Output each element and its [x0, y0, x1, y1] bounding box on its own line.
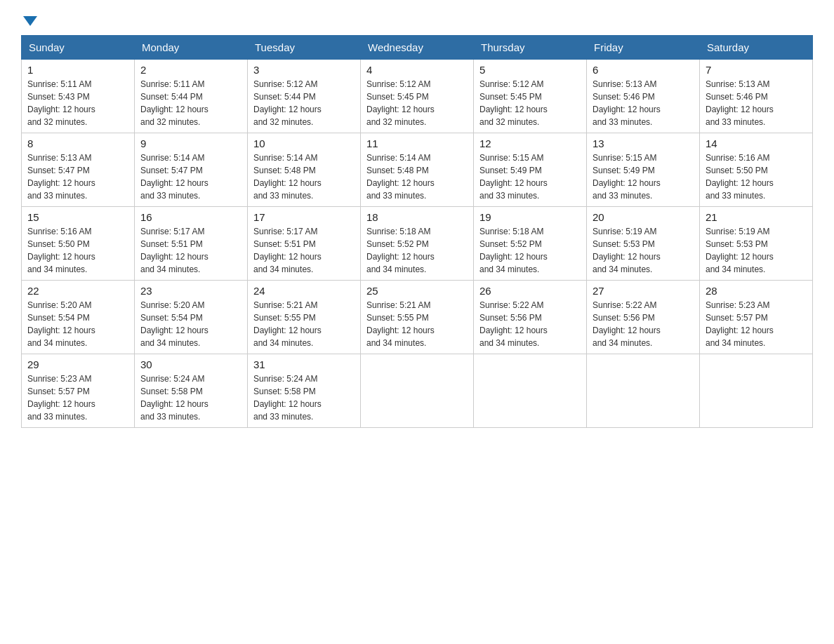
calendar-cell: 29 Sunrise: 5:23 AMSunset: 5:57 PMDaylig…	[22, 354, 135, 428]
calendar-header-friday: Friday	[587, 36, 700, 60]
day-number: 23	[140, 285, 241, 297]
calendar-header-tuesday: Tuesday	[248, 36, 361, 60]
day-info: Sunrise: 5:16 AMSunset: 5:50 PMDaylight:…	[706, 153, 774, 201]
calendar-header-saturday: Saturday	[700, 36, 813, 60]
day-info: Sunrise: 5:17 AMSunset: 5:51 PMDaylight:…	[253, 227, 322, 274]
day-info: Sunrise: 5:14 AMSunset: 5:48 PMDaylight:…	[253, 153, 322, 201]
calendar-cell: 8 Sunrise: 5:13 AMSunset: 5:47 PMDayligh…	[22, 133, 135, 207]
calendar-cell: 9 Sunrise: 5:14 AMSunset: 5:47 PMDayligh…	[135, 133, 248, 207]
day-number: 9	[140, 137, 241, 149]
calendar-cell: 3 Sunrise: 5:12 AMSunset: 5:44 PMDayligh…	[248, 60, 361, 133]
calendar-cell: 19 Sunrise: 5:18 AMSunset: 5:52 PMDaylig…	[474, 207, 587, 281]
day-number: 31	[253, 358, 355, 370]
calendar-cell: 18 Sunrise: 5:18 AMSunset: 5:52 PMDaylig…	[361, 207, 474, 281]
logo-arrow-icon	[23, 16, 37, 26]
day-info: Sunrise: 5:12 AMSunset: 5:45 PMDaylight:…	[366, 79, 435, 127]
day-info: Sunrise: 5:19 AMSunset: 5:53 PMDaylight:…	[706, 227, 774, 274]
day-info: Sunrise: 5:21 AMSunset: 5:55 PMDaylight:…	[366, 300, 435, 348]
calendar-cell: 1 Sunrise: 5:11 AMSunset: 5:43 PMDayligh…	[22, 60, 135, 133]
day-info: Sunrise: 5:12 AMSunset: 5:44 PMDaylight:…	[253, 79, 322, 127]
day-info: Sunrise: 5:13 AMSunset: 5:46 PMDaylight:…	[706, 79, 774, 127]
day-number: 3	[253, 64, 355, 76]
day-number: 14	[706, 137, 807, 149]
calendar-cell: 22 Sunrise: 5:20 AMSunset: 5:54 PMDaylig…	[22, 281, 135, 354]
calendar-week-row: 15 Sunrise: 5:16 AMSunset: 5:50 PMDaylig…	[22, 207, 813, 281]
day-number: 20	[593, 211, 694, 223]
calendar-week-row: 22 Sunrise: 5:20 AMSunset: 5:54 PMDaylig…	[22, 281, 813, 354]
day-info: Sunrise: 5:21 AMSunset: 5:55 PMDaylight:…	[253, 300, 322, 348]
logo	[21, 14, 37, 24]
day-info: Sunrise: 5:13 AMSunset: 5:47 PMDaylight:…	[27, 153, 95, 201]
day-info: Sunrise: 5:18 AMSunset: 5:52 PMDaylight:…	[479, 227, 548, 274]
calendar-cell: 14 Sunrise: 5:16 AMSunset: 5:50 PMDaylig…	[700, 133, 813, 207]
day-number: 6	[593, 64, 694, 76]
day-number: 17	[253, 211, 355, 223]
day-number: 19	[479, 211, 581, 223]
day-number: 1	[27, 64, 128, 76]
calendar-week-row: 29 Sunrise: 5:23 AMSunset: 5:57 PMDaylig…	[22, 354, 813, 428]
day-info: Sunrise: 5:19 AMSunset: 5:53 PMDaylight:…	[593, 227, 661, 274]
day-info: Sunrise: 5:14 AMSunset: 5:48 PMDaylight:…	[366, 153, 435, 201]
calendar-cell: 20 Sunrise: 5:19 AMSunset: 5:53 PMDaylig…	[587, 207, 700, 281]
calendar-cell: 5 Sunrise: 5:12 AMSunset: 5:45 PMDayligh…	[474, 60, 587, 133]
calendar-header-row: SundayMondayTuesdayWednesdayThursdayFrid…	[22, 36, 813, 60]
day-number: 15	[27, 211, 128, 223]
day-number: 24	[253, 285, 355, 297]
calendar-cell	[587, 354, 700, 428]
calendar-cell: 16 Sunrise: 5:17 AMSunset: 5:51 PMDaylig…	[135, 207, 248, 281]
calendar-table: SundayMondayTuesdayWednesdayThursdayFrid…	[21, 35, 813, 428]
calendar-week-row: 1 Sunrise: 5:11 AMSunset: 5:43 PMDayligh…	[22, 60, 813, 133]
calendar-cell: 11 Sunrise: 5:14 AMSunset: 5:48 PMDaylig…	[361, 133, 474, 207]
day-number: 16	[140, 211, 241, 223]
calendar-week-row: 8 Sunrise: 5:13 AMSunset: 5:47 PMDayligh…	[22, 133, 813, 207]
day-number: 13	[593, 137, 694, 149]
calendar-header-wednesday: Wednesday	[361, 36, 474, 60]
day-info: Sunrise: 5:17 AMSunset: 5:51 PMDaylight:…	[140, 227, 208, 274]
day-number: 22	[27, 285, 128, 297]
day-info: Sunrise: 5:15 AMSunset: 5:49 PMDaylight:…	[479, 153, 548, 201]
day-number: 11	[366, 137, 468, 149]
day-info: Sunrise: 5:23 AMSunset: 5:57 PMDaylight:…	[706, 300, 774, 348]
calendar-cell: 6 Sunrise: 5:13 AMSunset: 5:46 PMDayligh…	[587, 60, 700, 133]
day-info: Sunrise: 5:15 AMSunset: 5:49 PMDaylight:…	[593, 153, 661, 201]
day-number: 27	[593, 285, 694, 297]
calendar-cell: 25 Sunrise: 5:21 AMSunset: 5:55 PMDaylig…	[361, 281, 474, 354]
day-number: 5	[479, 64, 581, 76]
day-info: Sunrise: 5:11 AMSunset: 5:43 PMDaylight:…	[27, 79, 95, 127]
page-header	[21, 14, 813, 24]
day-number: 7	[706, 64, 807, 76]
day-number: 18	[366, 211, 468, 223]
day-number: 8	[27, 137, 128, 149]
day-number: 26	[479, 285, 581, 297]
day-info: Sunrise: 5:14 AMSunset: 5:47 PMDaylight:…	[140, 153, 208, 201]
calendar-cell	[700, 354, 813, 428]
calendar-cell	[361, 354, 474, 428]
day-number: 2	[140, 64, 241, 76]
day-info: Sunrise: 5:18 AMSunset: 5:52 PMDaylight:…	[366, 227, 435, 274]
calendar-cell: 26 Sunrise: 5:22 AMSunset: 5:56 PMDaylig…	[474, 281, 587, 354]
day-number: 12	[479, 137, 581, 149]
day-info: Sunrise: 5:12 AMSunset: 5:45 PMDaylight:…	[479, 79, 548, 127]
day-number: 29	[27, 358, 128, 370]
calendar-cell: 30 Sunrise: 5:24 AMSunset: 5:58 PMDaylig…	[135, 354, 248, 428]
calendar-cell: 21 Sunrise: 5:19 AMSunset: 5:53 PMDaylig…	[700, 207, 813, 281]
calendar-cell: 4 Sunrise: 5:12 AMSunset: 5:45 PMDayligh…	[361, 60, 474, 133]
calendar-cell: 31 Sunrise: 5:24 AMSunset: 5:58 PMDaylig…	[248, 354, 361, 428]
calendar-header-monday: Monday	[135, 36, 248, 60]
day-info: Sunrise: 5:22 AMSunset: 5:56 PMDaylight:…	[479, 300, 548, 348]
day-number: 21	[706, 211, 807, 223]
day-info: Sunrise: 5:11 AMSunset: 5:44 PMDaylight:…	[140, 79, 208, 127]
day-number: 30	[140, 358, 241, 370]
calendar-cell	[474, 354, 587, 428]
calendar-cell: 12 Sunrise: 5:15 AMSunset: 5:49 PMDaylig…	[474, 133, 587, 207]
day-number: 4	[366, 64, 468, 76]
calendar-header-thursday: Thursday	[474, 36, 587, 60]
calendar-cell: 23 Sunrise: 5:20 AMSunset: 5:54 PMDaylig…	[135, 281, 248, 354]
day-info: Sunrise: 5:24 AMSunset: 5:58 PMDaylight:…	[140, 374, 208, 422]
day-info: Sunrise: 5:22 AMSunset: 5:56 PMDaylight:…	[593, 300, 661, 348]
day-info: Sunrise: 5:20 AMSunset: 5:54 PMDaylight:…	[140, 300, 208, 348]
day-number: 28	[706, 285, 807, 297]
day-info: Sunrise: 5:16 AMSunset: 5:50 PMDaylight:…	[27, 227, 95, 274]
day-info: Sunrise: 5:24 AMSunset: 5:58 PMDaylight:…	[253, 374, 322, 422]
day-number: 25	[366, 285, 468, 297]
